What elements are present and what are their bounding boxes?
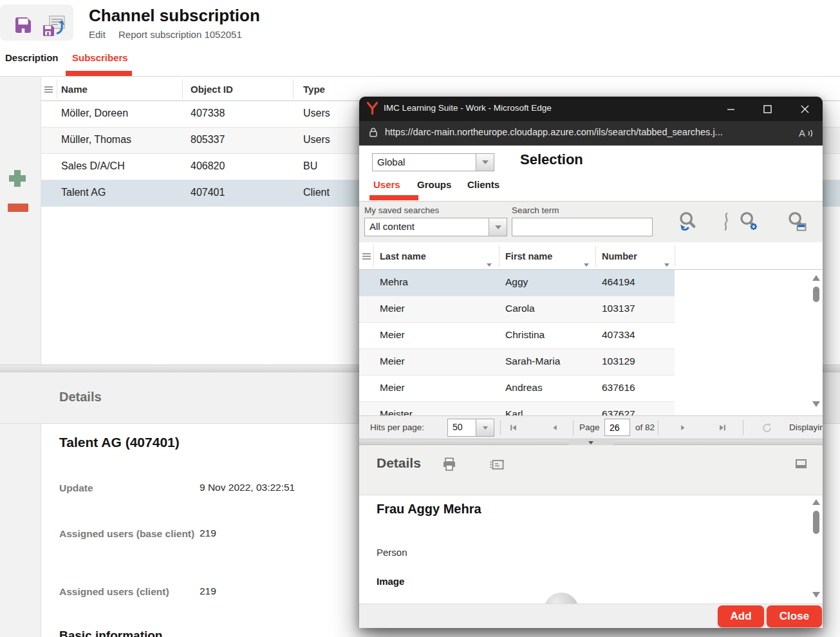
search-panel: My saved searches All content Search ter… [359,201,823,242]
scope-dropdown-value: Global [373,154,476,171]
scroll-up-icon[interactable] [812,499,820,505]
minimize-icon[interactable] [720,99,742,119]
refresh-icon[interactable] [760,421,774,434]
saved-searches-dropdown[interactable]: All content [364,218,507,236]
column-header-last-name[interactable]: Last name [380,251,426,261]
svg-text:A: A [799,128,805,138]
result-row[interactable]: Meier Sarah-Maria 103129 [359,349,675,376]
tab-groups[interactable]: Groups [417,179,451,190]
prev-page-icon[interactable] [547,421,561,434]
column-header-number[interactable]: Number [602,251,637,261]
field-label: Assigned users (base client) [59,528,196,540]
remove-icon[interactable] [8,204,28,212]
results-table-body: Mehra Aggy 464194 Meier Carola 103137 Me… [359,270,823,415]
person-type: Person [377,547,407,558]
search-settings-icon[interactable] [738,211,760,233]
result-row[interactable]: Meier Christina 407334 [359,323,675,349]
search-reset-icon[interactable] [677,211,699,233]
saved-searches-value: All content [365,218,489,236]
table-action-sidebar [0,77,41,637]
page-title: Channel subscription [89,6,260,26]
active-tab-indicator [369,195,418,200]
next-page-icon[interactable] [676,421,690,434]
squiggle-separator-icon [722,212,730,231]
search-term-input[interactable] [512,218,653,236]
details-title: Talent AG (407401) [59,435,180,450]
details-scrollbar[interactable] [811,495,821,604]
url-text: https://darc-main.northeurope.cloudapp.a… [385,127,790,137]
last-page-icon[interactable] [715,421,729,434]
close-icon[interactable] [794,99,816,119]
first-page-icon[interactable] [506,421,520,434]
imc-logo-icon [366,102,379,115]
detail-view-icon[interactable] [490,459,505,471]
add-button[interactable]: Add [718,605,764,627]
column-header-first-name[interactable]: First name [505,251,552,261]
result-row[interactable]: Meier Andreas 637616 [359,376,675,402]
browser-url-bar[interactable]: https://darc-main.northeurope.cloudapp.a… [359,121,823,146]
tab-users[interactable]: Users [373,179,400,190]
scroll-down-icon[interactable] [812,401,820,407]
chevron-down-icon[interactable] [476,419,494,436]
page-number-input[interactable] [604,419,630,436]
page-mode: Edit [89,29,106,40]
results-scrollbar[interactable] [811,270,821,415]
tab-clients[interactable]: Clients [467,179,499,190]
result-row[interactable]: Meier Carola 103137 [359,296,675,323]
window-title: IMC Learning Suite - Work - Microsoft Ed… [384,103,552,113]
result-row-selected[interactable]: Mehra Aggy 464194 [359,270,675,296]
window-titlebar[interactable]: IMC Learning Suite - Work - Microsoft Ed… [359,97,823,121]
page-context: Report subscription 1052051 [118,29,242,40]
image-label: Image [377,576,404,587]
scrollbar-thumb[interactable] [813,511,819,534]
field-value: 219 [200,585,216,597]
details-heading: Details [59,390,102,404]
scope-dropdown[interactable]: Global [372,153,494,171]
column-header-type[interactable]: Type [303,84,325,95]
hits-per-page-dropdown[interactable]: 50 [447,419,494,437]
hamburger-icon[interactable] [44,85,53,94]
popup-details-heading: Details [377,455,421,471]
add-icon[interactable] [7,168,28,189]
splitter-handle[interactable] [568,440,613,445]
popup-details-header: Details [359,445,823,495]
collapse-panel-icon[interactable] [796,459,807,468]
person-name: Frau Aggy Mehra [377,502,481,517]
tab-subscribers[interactable]: Subscribers [72,52,128,63]
field-value: 219 [200,528,216,539]
read-aloud-icon[interactable]: A [798,126,814,141]
results-table-header: Last name First name Number [359,242,823,270]
column-header-object-id[interactable]: Object ID [191,84,233,95]
save-and-exit-icon[interactable] [40,14,67,40]
active-tab-indicator [66,71,132,76]
hits-per-page-label: Hits per page: [370,423,424,432]
search-save-icon[interactable] [786,211,808,233]
maximize-icon[interactable] [756,99,778,119]
hamburger-icon[interactable] [362,252,371,261]
chevron-down-icon[interactable] [476,154,494,171]
popup-details-body: Frau Aggy Mehra Person Image [359,495,823,604]
column-header-name[interactable]: Name [61,84,88,95]
field-label: Assigned users (client) [59,585,196,598]
pagination-bar: Hits per page: 50 Page of 82 Displayin [359,415,823,439]
save-icon[interactable] [12,14,35,37]
save-toolbar [0,5,73,41]
page-label: Page [579,423,600,432]
result-row[interactable]: Meister Karl 637627 [359,402,675,415]
scroll-up-icon[interactable] [812,275,820,281]
chevron-down-icon[interactable] [489,218,507,236]
close-button[interactable]: Close [767,605,822,627]
scrollbar-thumb[interactable] [813,287,819,302]
print-icon[interactable] [442,457,457,472]
search-term-label: Search term [512,205,559,215]
displaying-label: Displayin [789,423,823,432]
panel-splitter[interactable] [359,439,823,445]
tab-description[interactable]: Description [5,52,59,63]
basic-information-heading: Basic information [59,629,162,637]
lock-icon [367,126,380,139]
hits-per-page-value: 50 [448,419,476,436]
scroll-down-icon[interactable] [812,592,820,598]
popup-footer: Add Close [359,604,823,628]
screen: { "colors": { "accent_red": "#ee3d2c", "… [0,0,840,637]
field-label: Update [59,482,196,494]
